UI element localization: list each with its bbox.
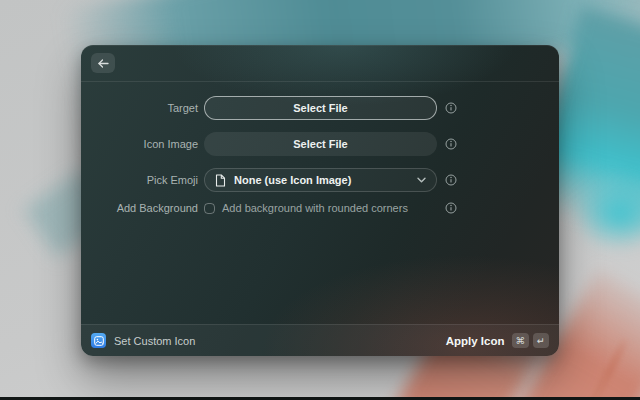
- back-button[interactable]: [91, 53, 115, 73]
- target-select-file-button[interactable]: Select File: [204, 96, 437, 120]
- form-row-pick-emoji: Pick Emoji None (use Icon Image): [81, 168, 559, 192]
- pick-emoji-value: None (use Icon Image): [234, 174, 417, 186]
- file-icon: [215, 174, 226, 187]
- form-row-target: Target Select File: [81, 96, 559, 120]
- arrow-left-icon: [98, 59, 109, 68]
- wallpaper-coral-line: [581, 337, 630, 400]
- raycast-window: Target Select File Icon Image Select Fil…: [81, 45, 559, 356]
- add-background-checkbox-label: Add background with rounded corners: [222, 202, 408, 214]
- return-key-icon: ↵: [533, 333, 549, 348]
- shortcut-keys: ⌘ ↵: [512, 333, 550, 348]
- info-icon[interactable]: [445, 202, 457, 214]
- command-key-icon: ⌘: [512, 333, 530, 348]
- icon-image-select-file-button[interactable]: Select File: [204, 132, 437, 156]
- form-content: Target Select File Icon Image Select Fil…: [81, 82, 559, 216]
- info-icon[interactable]: [445, 174, 457, 186]
- form-row-icon-image: Icon Image Select File: [81, 132, 559, 156]
- icon-image-label: Icon Image: [81, 138, 204, 150]
- checkbox-field: Add background with rounded corners: [204, 202, 437, 214]
- form-row-add-background: Add Background Add background with round…: [81, 200, 559, 216]
- add-background-label: Add Background: [81, 202, 204, 214]
- pick-emoji-label: Pick Emoji: [81, 174, 204, 186]
- info-icon[interactable]: [445, 102, 457, 114]
- pick-emoji-dropdown[interactable]: None (use Icon Image): [204, 168, 437, 192]
- apply-icon-button[interactable]: Apply Icon: [446, 335, 505, 347]
- chevron-down-icon: [417, 177, 426, 183]
- action-bar: Set Custom Icon Apply Icon ⌘ ↵: [81, 324, 559, 356]
- info-icon[interactable]: [445, 138, 457, 150]
- wallpaper-cyan-blob: [572, 176, 640, 251]
- image-icon: [91, 333, 106, 348]
- command-name: Set Custom Icon: [114, 335, 446, 347]
- add-background-checkbox[interactable]: [204, 203, 215, 214]
- window-header: [81, 45, 559, 82]
- target-label: Target: [81, 102, 204, 114]
